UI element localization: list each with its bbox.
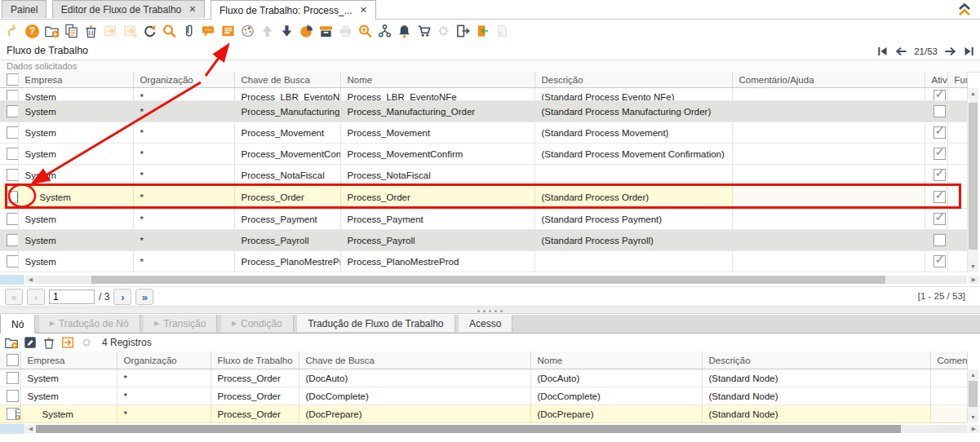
table-row[interactable]: System * Process_Payroll Process_Payroll… — [0, 230, 967, 251]
scrollbar-thumb[interactable] — [91, 276, 885, 284]
scrollbar-thumb[interactable] — [36, 425, 901, 433]
page-number-input[interactable] — [49, 290, 95, 304]
chat-button[interactable] — [201, 21, 216, 41]
active-checkbox[interactable] — [933, 255, 946, 267]
panel-splitter[interactable] — [0, 307, 980, 314]
row-checkbox[interactable] — [7, 372, 19, 384]
row-checkbox[interactable] — [7, 126, 18, 139]
last-page-button[interactable]: » — [135, 289, 153, 305]
column-header[interactable]: Empresa — [20, 351, 117, 369]
new-record-button[interactable] — [4, 334, 19, 351]
active-checkbox[interactable] — [933, 169, 946, 181]
close-icon[interactable]: ✕ — [188, 5, 196, 14]
notifications-button[interactable] — [397, 21, 412, 41]
active-checkbox[interactable] — [933, 191, 946, 203]
table-row[interactable]: System * Process_LBR_EventoNFe Process_L… — [0, 88, 967, 101]
scroll-down-icon[interactable]: ▼ — [968, 261, 978, 271]
column-header[interactable]: Ativo — [925, 72, 947, 88]
active-checkbox[interactable] — [933, 148, 946, 160]
find-button[interactable] — [162, 21, 177, 41]
active-checkbox[interactable] — [933, 90, 946, 101]
row-checkbox[interactable] — [7, 191, 18, 203]
new-record-button[interactable] — [44, 21, 60, 41]
selected-row[interactable]: System * Process_Order Process_Order (St… — [0, 186, 967, 209]
previous-record-icon[interactable] — [894, 46, 908, 57]
row-checkbox[interactable] — [7, 148, 18, 160]
active-checkbox[interactable] — [933, 126, 946, 139]
column-header[interactable]: Chave de Busca — [234, 72, 340, 88]
table-row[interactable]: System * Process_MovementConfirm Process… — [0, 144, 967, 165]
customize-button[interactable] — [240, 21, 255, 41]
scrollbar-thumb[interactable] — [969, 103, 978, 250]
column-header[interactable]: Empresa — [18, 72, 133, 88]
request-button[interactable] — [416, 21, 432, 41]
scroll-up-icon[interactable]: ▲ — [968, 88, 978, 98]
delete-record-button[interactable] — [83, 21, 99, 41]
active-checkbox[interactable] — [933, 234, 946, 246]
scroll-up-icon[interactable]: ▲ — [968, 369, 978, 379]
column-header[interactable]: Descrição — [702, 351, 930, 369]
column-header[interactable]: Descrição — [534, 72, 732, 88]
table-row[interactable]: System * Process_Payment Process_Payment… — [0, 209, 967, 230]
collapse-header-button[interactable] — [956, 2, 973, 17]
row-checkbox[interactable] — [7, 255, 18, 267]
copy-record-button[interactable] — [64, 21, 79, 41]
row-checkbox[interactable] — [7, 234, 18, 246]
workflow-button[interactable] — [377, 21, 392, 41]
attachment-button[interactable] — [181, 21, 197, 41]
select-all-cell[interactable] — [0, 351, 20, 369]
column-header[interactable]: Comentário/Ajuda — [732, 72, 925, 88]
row-checkbox[interactable] — [7, 390, 19, 402]
help-button[interactable]: ? — [24, 21, 40, 41]
last-record-icon[interactable] — [963, 46, 975, 57]
edit-button[interactable] — [23, 334, 38, 351]
switch-role-button[interactable] — [475, 21, 490, 41]
next-page-button[interactable]: › — [113, 289, 131, 305]
zoom-across-button[interactable] — [357, 21, 373, 41]
table-row[interactable]: System * Process_Movement Process_Moveme… — [0, 122, 967, 144]
scroll-left-icon[interactable]: ◀ — [25, 276, 36, 284]
table-row[interactable]: System * Process_NotaFiscal Process_Nota… — [0, 165, 967, 186]
row-checkbox[interactable] — [7, 169, 18, 181]
select-all-checkbox[interactable] — [7, 354, 19, 366]
tab-acesso[interactable]: Acesso — [459, 315, 512, 332]
select-all-checkbox[interactable] — [7, 73, 18, 86]
column-header[interactable]: Organização — [117, 351, 211, 369]
scrollbar-thumb[interactable] — [969, 381, 978, 407]
scroll-right-icon[interactable]: ▶ — [969, 425, 979, 433]
table-row[interactable]: System * Process_Order (DocComplete) (Do… — [0, 387, 967, 405]
close-icon[interactable]: ✕ — [360, 6, 367, 15]
active-checkbox[interactable] — [933, 105, 946, 117]
column-header[interactable]: Nome — [530, 351, 702, 369]
active-checkbox[interactable] — [933, 213, 946, 225]
logout-button[interactable] — [455, 21, 471, 41]
chart-button[interactable] — [299, 21, 314, 41]
row-checkbox[interactable] — [7, 213, 18, 225]
column-header[interactable]: Chave de Busca — [299, 351, 530, 369]
tab-painel[interactable]: Painel — [2, 0, 47, 18]
requery-button[interactable] — [142, 21, 157, 41]
scroll-left-icon[interactable]: ◀ — [25, 425, 36, 433]
tab-fluxo-trabalho[interactable]: Fluxo de Trabalho: Process_...✕ — [211, 0, 376, 20]
first-record-icon[interactable] — [876, 46, 889, 57]
table-row[interactable]: System * Process_Manufacturing_Or... Pro… — [0, 101, 967, 122]
column-header[interactable]: Funcion — [947, 72, 967, 88]
column-header[interactable]: Nome — [340, 72, 534, 88]
row-checkbox[interactable] — [7, 90, 18, 101]
scroll-right-icon[interactable]: ▶ — [969, 276, 979, 284]
detail-open-button[interactable] — [60, 334, 75, 351]
table-row[interactable]: System * Process_PlanoMestreProd Process… — [0, 251, 967, 272]
selected-row[interactable]: System * Process_Order (DocPrepare) (Doc… — [0, 405, 967, 423]
tab-editor-fluxo[interactable]: Editor de Fluxo de Trabalho✕ — [52, 0, 206, 18]
table-row[interactable]: System * Process_Order (DocAuto) (DocAut… — [0, 369, 967, 387]
archive-button[interactable] — [318, 21, 334, 41]
toggle-form-button[interactable] — [220, 21, 236, 41]
column-header[interactable]: Comentário — [930, 351, 967, 369]
tab-traducao-fluxo[interactable]: Tradução de Fluxo de Trabalho — [297, 315, 455, 332]
next-record-icon[interactable] — [943, 46, 957, 57]
delete-record-button[interactable] — [42, 334, 56, 351]
column-header[interactable]: Fluxo de Trabalho — [211, 351, 299, 369]
tab-no[interactable]: Nó — [0, 315, 35, 334]
detail-record-button[interactable] — [279, 21, 295, 41]
select-all-cell[interactable] — [0, 72, 18, 88]
